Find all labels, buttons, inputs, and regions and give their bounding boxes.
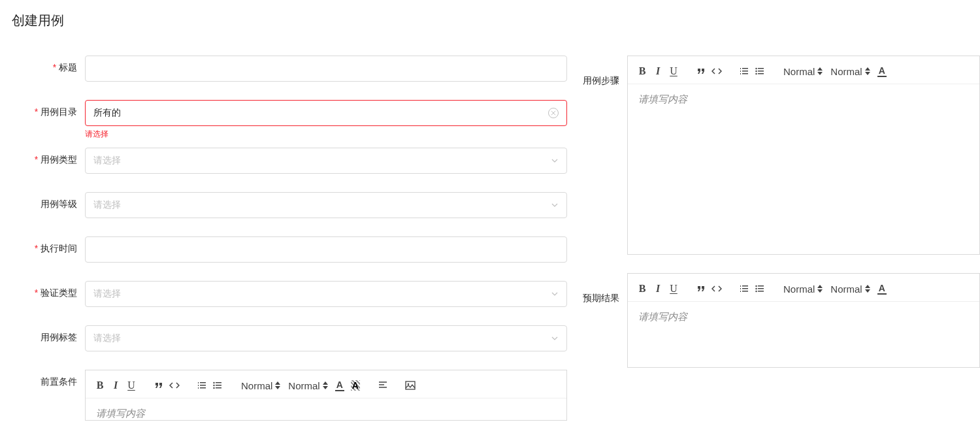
chevron-down-icon: [551, 201, 559, 209]
caret-sort-icon: [865, 285, 870, 293]
chevron-down-icon: [551, 157, 559, 165]
level-placeholder: 请选择: [93, 199, 121, 211]
result-editor: B I U Normal: [627, 273, 980, 368]
label-tag: 用例标签: [12, 325, 85, 344]
label-verify: 验证类型: [12, 281, 85, 299]
caret-sort-icon: [865, 67, 870, 75]
toolbar-precondition: B I U: [86, 370, 566, 398]
svg-point-4: [213, 387, 214, 389]
italic-icon[interactable]: I: [651, 282, 664, 296]
type-placeholder: 请选择: [93, 155, 121, 167]
label-level: 用例等级: [12, 192, 85, 210]
label-steps: 用例步骤: [576, 56, 627, 255]
precondition-body[interactable]: 请填写内容: [86, 398, 566, 420]
svg-point-12: [755, 291, 757, 292]
font-dropdown[interactable]: Normal: [286, 380, 330, 391]
image-icon[interactable]: [404, 378, 417, 393]
heading-dropdown[interactable]: Normal: [781, 283, 825, 295]
tag-select[interactable]: 请选择: [85, 325, 567, 351]
heading-dropdown[interactable]: Normal: [781, 66, 825, 77]
unordered-list-icon[interactable]: [753, 64, 766, 78]
label-dir: 用例目录: [12, 100, 85, 118]
dir-value: 所有的: [93, 107, 121, 119]
svg-point-3: [213, 385, 214, 386]
level-select[interactable]: 请选择: [85, 192, 567, 218]
code-icon[interactable]: [710, 282, 723, 296]
svg-point-8: [755, 71, 757, 72]
exec-input-wrap: [85, 236, 567, 263]
bold-icon[interactable]: B: [636, 282, 649, 296]
caret-sort-icon: [817, 67, 823, 75]
svg-rect-5: [406, 381, 415, 389]
font-dropdown[interactable]: Normal: [828, 283, 872, 295]
font-dropdown[interactable]: Normal: [828, 66, 872, 77]
label-exec: 执行时间: [12, 236, 85, 255]
precondition-placeholder: 请填写内容: [96, 408, 145, 419]
exec-input[interactable]: [93, 244, 559, 255]
underline-icon[interactable]: U: [667, 282, 680, 296]
result-body[interactable]: 请填写内容: [628, 302, 979, 367]
toolbar-result: B I U Normal: [628, 274, 979, 302]
quote-icon[interactable]: [694, 282, 708, 296]
underline-icon[interactable]: U: [125, 378, 138, 393]
bold-icon[interactable]: B: [636, 64, 649, 78]
caret-sort-icon: [323, 381, 328, 389]
page-title: 创建用例: [12, 12, 980, 29]
quote-icon[interactable]: [152, 378, 165, 393]
tag-placeholder: 请选择: [93, 332, 121, 344]
italic-icon[interactable]: I: [651, 64, 664, 78]
bold-icon[interactable]: B: [93, 378, 106, 393]
label-result: 预期结果: [576, 273, 627, 368]
type-select[interactable]: 请选择: [85, 148, 567, 174]
unordered-list-icon[interactable]: [753, 282, 766, 296]
steps-placeholder: 请填写内容: [638, 93, 687, 105]
svg-point-2: [213, 382, 214, 383]
verify-placeholder: 请选择: [93, 288, 121, 300]
precondition-editor: B I U: [85, 370, 567, 421]
chevron-down-icon: [551, 290, 559, 298]
code-icon[interactable]: [710, 64, 723, 78]
svg-point-11: [755, 288, 757, 289]
caret-sort-icon: [275, 381, 280, 389]
svg-point-7: [755, 68, 757, 69]
caret-sort-icon: [817, 285, 823, 293]
ordered-list-icon[interactable]: [195, 378, 208, 393]
title-input-wrap: [85, 56, 567, 82]
chevron-down-icon: [551, 334, 559, 342]
title-input[interactable]: [93, 63, 559, 74]
dir-select[interactable]: 所有的: [85, 100, 567, 126]
clear-icon[interactable]: [548, 108, 559, 118]
svg-point-10: [755, 285, 757, 287]
font-bg-icon[interactable]: A: [349, 378, 362, 393]
underline-icon[interactable]: U: [667, 64, 680, 78]
label-precondition: 前置条件: [12, 370, 85, 388]
svg-point-6: [407, 383, 409, 385]
quote-icon[interactable]: [694, 64, 708, 78]
code-icon[interactable]: [168, 378, 181, 393]
ordered-list-icon[interactable]: [738, 282, 751, 296]
font-color-icon[interactable]: A: [333, 378, 346, 393]
unordered-list-icon[interactable]: [211, 378, 224, 393]
label-type: 用例类型: [12, 148, 85, 166]
verify-select[interactable]: 请选择: [85, 281, 567, 307]
align-icon[interactable]: [376, 378, 389, 393]
dir-error: 请选择: [85, 129, 567, 140]
heading-dropdown[interactable]: Normal: [238, 380, 283, 391]
font-color-icon[interactable]: A: [875, 282, 889, 296]
italic-icon[interactable]: I: [109, 378, 122, 393]
ordered-list-icon[interactable]: [738, 64, 751, 78]
label-title: 标题: [12, 56, 85, 74]
steps-editor: B I U Normal: [627, 56, 980, 255]
svg-point-9: [755, 73, 757, 74]
result-placeholder: 请填写内容: [638, 311, 687, 322]
toolbar-steps: B I U Normal: [628, 56, 979, 84]
font-color-icon[interactable]: A: [875, 64, 889, 78]
steps-body[interactable]: 请填写内容: [628, 84, 979, 254]
